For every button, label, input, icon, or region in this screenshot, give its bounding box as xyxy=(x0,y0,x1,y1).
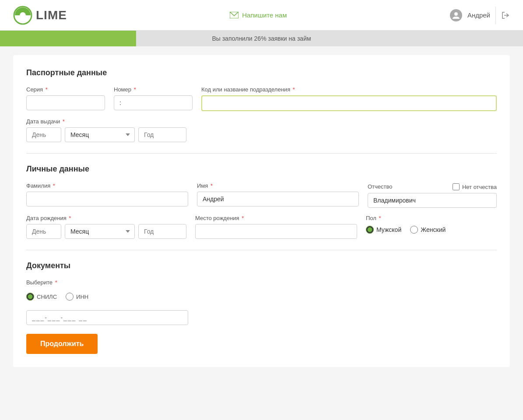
documents-section: Документы Выберите * СНИЛС ИНН xyxy=(26,261,497,325)
inn-radio[interactable] xyxy=(66,293,74,301)
actions: Продолжить xyxy=(26,325,497,354)
personal-section: Личные данные Фамилия * Имя * xyxy=(26,164,497,239)
birth-date-inputs: Месяц ЯнварьФевральМарт АпрельМайИюнь Ию… xyxy=(26,224,186,239)
logo[interactable]: LIME xyxy=(13,6,67,25)
inn-label[interactable]: ИНН xyxy=(66,293,88,301)
no-patronymic-wrapper: Нет отчества xyxy=(453,183,497,190)
gender-radio-group: Мужской Женский xyxy=(366,226,497,234)
imya-group: Имя * xyxy=(197,182,359,208)
personal-title: Личные данные xyxy=(26,164,497,174)
birth-date-group: Дата рождения * Месяц ЯнварьФевральМарт … xyxy=(26,215,186,239)
personal-row-2: Дата рождения * Месяц ЯнварьФевральМарт … xyxy=(26,215,497,239)
gender-label: Пол * xyxy=(366,215,497,221)
header-right: Андрей xyxy=(450,7,510,24)
continue-button[interactable]: Продолжить xyxy=(26,334,98,354)
header: LIME Напишите нам Андрей xyxy=(0,0,523,31)
personal-row-1: Фамилия * Имя * Отчество xyxy=(26,182,497,208)
issue-month-select[interactable]: Месяц ЯнварьФевральМарт АпрельМайИюнь Ию… xyxy=(65,127,135,142)
imya-label: Имя * xyxy=(197,182,359,189)
main-content: Паспортные данные Серия * Номер * xyxy=(0,46,523,380)
section-divider-1 xyxy=(26,153,497,154)
logout-icon[interactable] xyxy=(501,11,510,20)
issue-day-input[interactable] xyxy=(26,127,61,142)
doc-radio-group: СНИЛС ИНН xyxy=(26,293,497,301)
header-divider xyxy=(495,7,496,24)
kod-input[interactable] xyxy=(201,95,497,111)
user-avatar xyxy=(450,9,462,21)
seria-group: Серия * xyxy=(26,86,105,111)
section-divider-2 xyxy=(26,250,497,250)
nomer-input[interactable] xyxy=(114,95,193,110)
imya-input[interactable] xyxy=(197,192,359,206)
gender-group: Пол * Мужской Женский xyxy=(366,215,497,239)
snils-input[interactable] xyxy=(26,310,188,325)
passport-title: Паспортные данные xyxy=(26,68,497,77)
snils-text: СНИЛС xyxy=(37,294,57,300)
mesto-input[interactable] xyxy=(195,224,357,239)
svg-point-3 xyxy=(454,12,458,16)
familia-group: Фамилия * xyxy=(26,182,188,208)
no-patronymic-checkbox[interactable] xyxy=(453,183,460,190)
otchestvo-header: Отчество Нет отчества xyxy=(368,182,497,190)
documents-title: Документы xyxy=(26,261,497,270)
snils-label[interactable]: СНИЛС xyxy=(26,293,57,301)
doc-choose-label: Выберите * xyxy=(26,279,497,286)
otchestvo-group: Отчество Нет отчества xyxy=(368,182,497,208)
passport-section: Паспортные данные Серия * Номер * xyxy=(26,68,497,142)
kod-label: Код или название подразделения * xyxy=(201,86,497,93)
user-name: Андрей xyxy=(467,11,490,19)
familia-label: Фамилия * xyxy=(26,182,188,189)
birth-year-input[interactable] xyxy=(138,224,186,239)
birth-date-label: Дата рождения * xyxy=(26,215,186,221)
progress-bar-container: Вы заполнили 26% заявки на займ xyxy=(0,31,523,46)
issue-year-input[interactable] xyxy=(138,127,186,142)
inn-text: ИНН xyxy=(76,294,88,300)
contact-label: Напишите нам xyxy=(242,11,287,19)
seria-input[interactable] xyxy=(26,95,105,110)
logo-text: LIME xyxy=(36,8,67,22)
doc-choose-group: Выберите * СНИЛС ИНН xyxy=(26,279,497,325)
gender-female-text: Женский xyxy=(421,226,446,233)
date-inputs: Месяц ЯнварьФевральМарт АпрельМайИюнь Ию… xyxy=(26,127,186,142)
contact-link[interactable]: Напишите нам xyxy=(67,11,450,19)
gender-male-label[interactable]: Мужской xyxy=(366,226,401,234)
mesto-label: Место рождения * xyxy=(195,215,357,221)
birth-month-select[interactable]: Месяц ЯнварьФевральМарт АпрельМайИюнь Ию… xyxy=(65,224,135,239)
form-card: Паспортные данные Серия * Номер * xyxy=(13,55,510,367)
seria-label: Серия * xyxy=(26,86,105,93)
mesto-group: Место рождения * xyxy=(195,215,357,239)
envelope-icon xyxy=(230,12,239,18)
snils-radio[interactable] xyxy=(26,293,34,301)
progress-text: Вы заполнили 26% заявки на займ xyxy=(0,35,523,42)
svg-point-1 xyxy=(20,12,26,18)
gender-male-text: Мужской xyxy=(376,226,401,233)
gender-female-label[interactable]: Женский xyxy=(410,226,446,234)
birth-day-input[interactable] xyxy=(26,224,61,239)
nomer-label: Номер * xyxy=(114,86,193,93)
kod-group: Код или название подразделения * xyxy=(201,86,497,111)
otchestvo-input[interactable] xyxy=(368,193,497,208)
no-patronymic-label: Нет отчества xyxy=(462,184,497,190)
gender-male-radio[interactable] xyxy=(366,226,374,234)
familia-input[interactable] xyxy=(26,192,188,206)
user-icon xyxy=(452,11,460,20)
passport-row-2: Дата выдачи * Месяц ЯнварьФевральМарт Ап… xyxy=(26,118,497,142)
passport-row-1: Серия * Номер * Код или название подразд… xyxy=(26,86,497,111)
date-label: Дата выдачи * xyxy=(26,118,186,125)
date-group: Дата выдачи * Месяц ЯнварьФевральМарт Ап… xyxy=(26,118,186,142)
otchestvo-label: Отчество xyxy=(368,183,393,190)
logo-icon xyxy=(13,6,32,25)
nomer-group: Номер * xyxy=(114,86,193,111)
gender-female-radio[interactable] xyxy=(410,226,418,234)
